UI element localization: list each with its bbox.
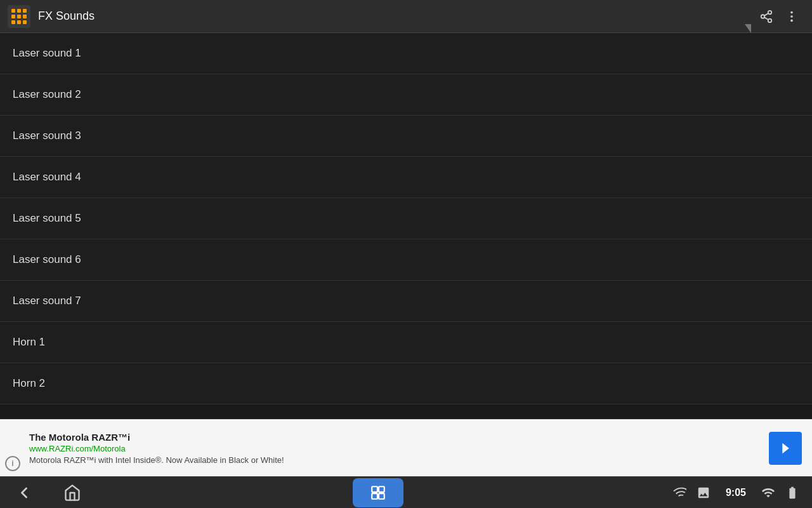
nav-center — [353, 478, 403, 507]
more-options-button[interactable] — [779, 4, 804, 29]
app-icon — [8, 5, 30, 28]
svg-rect-1 — [17, 9, 21, 13]
svg-line-12 — [764, 17, 768, 20]
signal-icon — [761, 486, 775, 500]
home-button[interactable] — [61, 481, 84, 504]
share-button[interactable] — [754, 4, 779, 29]
wifi-icon — [672, 486, 686, 500]
ad-info-icon: i — [5, 456, 20, 471]
svg-rect-3 — [11, 15, 15, 18]
screenshot-icon — [697, 486, 710, 500]
recent-apps-button[interactable] — [353, 478, 403, 507]
svg-rect-4 — [17, 15, 21, 18]
sound-list-item-8[interactable]: Horn 1 — [0, 322, 812, 363]
app-title: FX Sounds — [38, 10, 741, 23]
svg-rect-19 — [372, 493, 377, 499]
svg-point-16 — [790, 19, 793, 22]
svg-rect-6 — [11, 20, 15, 24]
clock-display: 9:05 — [721, 487, 751, 498]
svg-rect-7 — [17, 20, 21, 24]
ad-title: The Motorola RAZR™i — [29, 432, 769, 443]
sound-list-item-1[interactable]: Laser sound 1 — [0, 33, 812, 74]
svg-rect-18 — [379, 486, 384, 492]
svg-line-13 — [764, 13, 768, 15]
nav-left — [13, 481, 84, 504]
battery-icon — [785, 486, 799, 500]
ad-url: www.RAZRi.com/Motorola — [29, 444, 769, 453]
sound-list-item-5[interactable]: Laser sound 5 — [0, 198, 812, 239]
svg-rect-2 — [23, 9, 27, 13]
sound-list-item-7[interactable]: Laser sound 7 — [0, 281, 812, 322]
nav-bar: 9:05 — [0, 476, 812, 508]
sound-list: Laser sound 1Laser sound 2Laser sound 3L… — [0, 33, 812, 404]
svg-point-14 — [790, 11, 793, 13]
app-bar: FX Sounds — [0, 0, 812, 33]
svg-rect-20 — [379, 493, 384, 499]
sound-list-item-2[interactable]: Laser sound 2 — [0, 74, 812, 116]
svg-point-15 — [790, 15, 793, 18]
ad-banner: i The Motorola RAZR™i www.RAZRi.com/Moto… — [0, 419, 812, 476]
svg-rect-0 — [11, 9, 15, 13]
ad-description: Motorola RAZR™i with Intel Inside®. Now … — [29, 455, 769, 465]
ad-arrow-button[interactable] — [769, 432, 802, 465]
sound-list-item-9[interactable]: Horn 2 — [0, 363, 812, 404]
sound-list-item-4[interactable]: Laser sound 4 — [0, 157, 812, 198]
back-button[interactable] — [13, 481, 36, 504]
svg-rect-8 — [23, 20, 27, 24]
sound-list-item-3[interactable]: Laser sound 3 — [0, 116, 812, 157]
sound-list-item-6[interactable]: Laser sound 6 — [0, 239, 812, 281]
ad-content: The Motorola RAZR™i www.RAZRi.com/Motoro… — [29, 432, 769, 465]
svg-rect-17 — [372, 486, 377, 492]
nav-right: 9:05 — [672, 486, 799, 500]
svg-rect-5 — [23, 15, 27, 18]
